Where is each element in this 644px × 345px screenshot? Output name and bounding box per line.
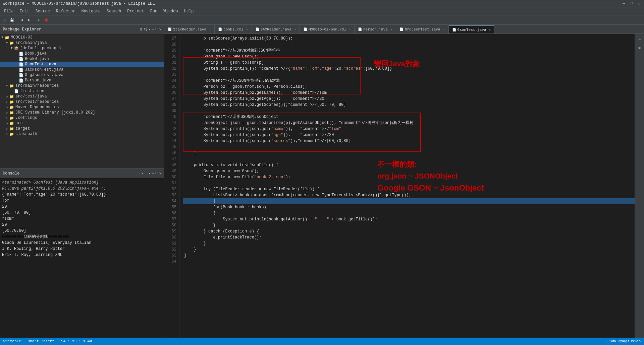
tree-item-orgjsontest-java[interactable]: 📄OrgJsonTest.java bbox=[0, 72, 164, 78]
tree-item-first-json[interactable]: 📄first.json bbox=[0, 88, 164, 94]
toolbar-btn-4[interactable]: ▶ bbox=[26, 17, 33, 23]
code-line[interactable]: Gson gson = new Gson(); bbox=[183, 54, 635, 60]
console-close-icon[interactable]: ✕ bbox=[159, 171, 161, 176]
code-line[interactable]: File file = new File("books2.json"); bbox=[183, 174, 635, 180]
toolbar-btn-run[interactable]: ▶ bbox=[36, 17, 42, 23]
code-line[interactable]: String s = gson.toJson(p); bbox=[183, 60, 635, 66]
collapse-all-icon[interactable]: ⊟ bbox=[140, 27, 142, 31]
code-line[interactable]: System.out.println(book.getAuthor() + ",… bbox=[183, 216, 635, 222]
code-line[interactable]: Person p2 = gson.fromJson(s, Person.clas… bbox=[183, 84, 635, 90]
code-line[interactable]: } bbox=[183, 247, 635, 253]
tab-close-btn[interactable]: ✕ bbox=[390, 27, 392, 31]
tab-close-btn[interactable]: ✕ bbox=[209, 27, 211, 31]
sidebar-btn-1[interactable]: ≡ bbox=[636, 36, 643, 43]
code-line[interactable] bbox=[183, 72, 635, 78]
console-clear-icon[interactable]: ✕ bbox=[141, 171, 144, 176]
tree-item-person-java[interactable]: 📄Person.java bbox=[0, 78, 164, 83]
code-line[interactable]: System.out.println(json.get("scores"));"… bbox=[183, 138, 635, 144]
tab-gsontest-java[interactable]: 📄GsonTest.java✕ bbox=[449, 25, 495, 33]
close-button[interactable]: ✕ bbox=[636, 1, 641, 6]
code-line[interactable]: "comment">//从JSON字符串到Java对象 bbox=[183, 78, 635, 84]
code-line[interactable]: "comment">//从Java对象到JSON字符串 bbox=[183, 48, 635, 54]
menu-item-help[interactable]: Help bbox=[181, 8, 197, 14]
console-menu-icon[interactable]: ▾ bbox=[149, 171, 151, 176]
pkg-explorer-close-icon[interactable]: ✕ bbox=[159, 27, 161, 31]
code-line[interactable]: try (FileReader reader = new FileReader(… bbox=[183, 186, 635, 192]
tab-staxreader-java[interactable]: 📄StaxReader.java✕ bbox=[164, 25, 215, 33]
code-line[interactable]: System.out.println(json.get("name")); "c… bbox=[183, 126, 635, 132]
code-line[interactable]: } bbox=[183, 150, 635, 156]
code-line[interactable]: JsonObject json = gson.toJsonTree(p).get… bbox=[183, 120, 635, 126]
pkg-explorer-minimize-icon[interactable]: — bbox=[152, 27, 154, 31]
tab-saxreader-java[interactable]: 📄SAXReader.java✕ bbox=[252, 25, 300, 33]
tree-item-src-main-resources[interactable]: ▼📁src/main/resources bbox=[0, 83, 164, 88]
link-editor-icon[interactable]: ⛓ bbox=[144, 27, 147, 31]
tab-orgjsontest-java[interactable]: 📄OrgJsonTest.java✕ bbox=[396, 25, 449, 33]
menu-item-navigate[interactable]: Navigate bbox=[78, 8, 103, 14]
code-line[interactable]: "comment">//调用GSON的JsonObject bbox=[183, 114, 635, 120]
toolbar-btn-debug[interactable]: 🐞 bbox=[43, 17, 50, 23]
window-controls[interactable]: — □ ✕ bbox=[621, 1, 641, 6]
code-line[interactable]: System.out.println(s); "comment">//{"nam… bbox=[183, 66, 635, 72]
menu-item-search[interactable]: Search bbox=[104, 8, 124, 14]
code-line[interactable]: System.out.println(p2.getName()); "comme… bbox=[183, 90, 635, 96]
console-minimize-icon[interactable]: — bbox=[152, 171, 154, 176]
menu-item-window[interactable]: Window bbox=[161, 8, 180, 14]
tree-item-book0-java[interactable]: 📄Book0.java bbox=[0, 56, 164, 62]
toolbar-btn-3[interactable]: ◀ bbox=[18, 17, 25, 23]
pkg-explorer-menu-icon[interactable]: ▾ bbox=[149, 27, 151, 31]
code-line[interactable] bbox=[183, 144, 635, 150]
tree-item-book-java[interactable]: 📄Book.java bbox=[0, 51, 164, 56]
maximize-button[interactable]: □ bbox=[629, 1, 634, 6]
menu-item-refactor[interactable]: Refactor bbox=[53, 8, 78, 14]
menu-item-source[interactable]: Source bbox=[33, 8, 53, 14]
tab-close-btn[interactable]: ✕ bbox=[443, 27, 445, 31]
tab-bar[interactable]: 📄StaxReader.java✕📄books.xml✕📄SAXReader.j… bbox=[164, 25, 644, 34]
tree-item-jre-system-library--jdk1-8-0-202-[interactable]: ▷📁JRE System Library [jdk1.8.0_202] bbox=[0, 110, 164, 115]
code-line[interactable]: { bbox=[183, 210, 635, 216]
code-area[interactable]: 2728293031323334353637383940414243444546… bbox=[164, 34, 644, 338]
toolbar-btn-2[interactable]: 💾 bbox=[9, 17, 15, 23]
tab-mooc16-02-pom-xml[interactable]: 📄MOOC16-02/pom.xml✕ bbox=[300, 25, 355, 33]
code-line[interactable]: } bbox=[183, 253, 635, 259]
tab-close-btn[interactable]: ✕ bbox=[489, 28, 491, 32]
code-line[interactable]: Gson gson = new Gson(); bbox=[183, 168, 635, 174]
code-line[interactable]: List<Book> books = gson.fromJson(reader,… bbox=[183, 192, 635, 198]
code-line[interactable]: } catch (Exception e) { bbox=[183, 228, 635, 234]
pkg-explorer-max-icon[interactable]: □ bbox=[156, 27, 158, 31]
menu-item-project[interactable]: Project bbox=[124, 8, 147, 14]
code-line[interactable]: System.out.println(p2.getAge()); "commen… bbox=[183, 96, 635, 102]
menu-item-file[interactable]: File bbox=[1, 8, 16, 14]
minimize-button[interactable]: — bbox=[621, 1, 626, 6]
tree-item--settings[interactable]: ▷📁.settings bbox=[0, 115, 164, 121]
tree-item-mooc16-03[interactable]: ▼📁MOOC16-03 bbox=[0, 35, 164, 40]
tab-books-xml[interactable]: 📄books.xml✕ bbox=[215, 25, 252, 33]
tree-item-classpath[interactable]: ▷📁classpath bbox=[0, 131, 164, 137]
code-line[interactable]: | bbox=[183, 198, 635, 204]
tree-item-src-test-java[interactable]: ▷📁src/test/java bbox=[0, 94, 164, 99]
tab-person-java[interactable]: 📄Person.java✕ bbox=[355, 25, 396, 33]
package-explorer-content[interactable]: ▼📁MOOC16-03▼📁src/main/java▼📦(default pac… bbox=[0, 34, 164, 168]
tab-close-btn[interactable]: ✕ bbox=[246, 27, 248, 31]
code-line[interactable] bbox=[183, 108, 635, 114]
tree-item-maven-dependencies[interactable]: ▷📁Maven Dependencies bbox=[0, 105, 164, 110]
console-actions[interactable]: ✕ ↓ ▾ — □ ✕ bbox=[141, 171, 161, 176]
tab-close-btn[interactable]: ✕ bbox=[349, 27, 351, 31]
console-max-icon[interactable]: □ bbox=[156, 171, 158, 176]
code-line[interactable] bbox=[183, 259, 635, 265]
code-line[interactable] bbox=[183, 156, 635, 162]
code-line[interactable]: public static void testJsonFile() { bbox=[183, 162, 635, 168]
code-line[interactable]: } bbox=[183, 240, 635, 247]
tree-item-src[interactable]: ▷📁src bbox=[0, 121, 164, 126]
code-line[interactable]: e.printStackTrace(); bbox=[183, 234, 635, 240]
code-line[interactable] bbox=[183, 42, 635, 48]
tree-item--default-package-[interactable]: ▼📦(default package) bbox=[0, 46, 164, 51]
code-line[interactable]: p.setScores(Arrays.aslist(60,70,80)); bbox=[183, 36, 635, 42]
code-line[interactable]: System.out.println(json.get("age")); "co… bbox=[183, 132, 635, 138]
code-line[interactable] bbox=[183, 180, 635, 186]
tree-item-jacksontest-java[interactable]: 📄JacksonTest.java bbox=[0, 67, 164, 72]
code-line[interactable]: System.out.println(p2.getScores());"comm… bbox=[183, 102, 635, 108]
code-line[interactable]: for(Book book : books) bbox=[183, 204, 635, 210]
menu-item-run[interactable]: Run bbox=[148, 8, 160, 14]
tree-item-target[interactable]: ▷📁target bbox=[0, 126, 164, 131]
